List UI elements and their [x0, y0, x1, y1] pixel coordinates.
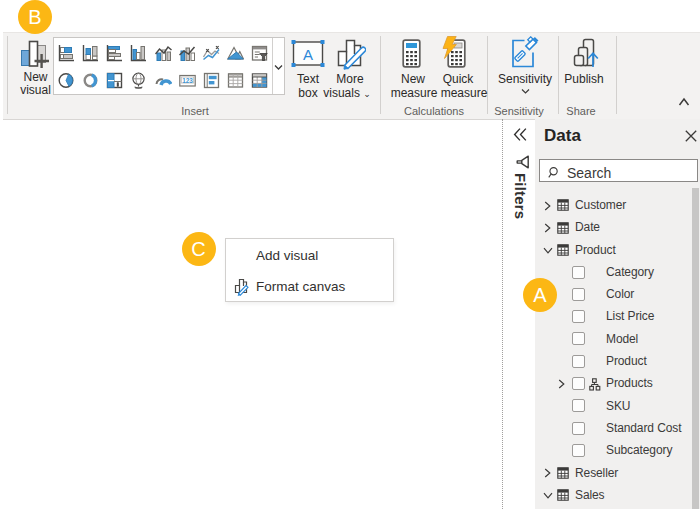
svg-text:A: A — [303, 46, 313, 63]
svg-text:123: 123 — [182, 77, 193, 84]
